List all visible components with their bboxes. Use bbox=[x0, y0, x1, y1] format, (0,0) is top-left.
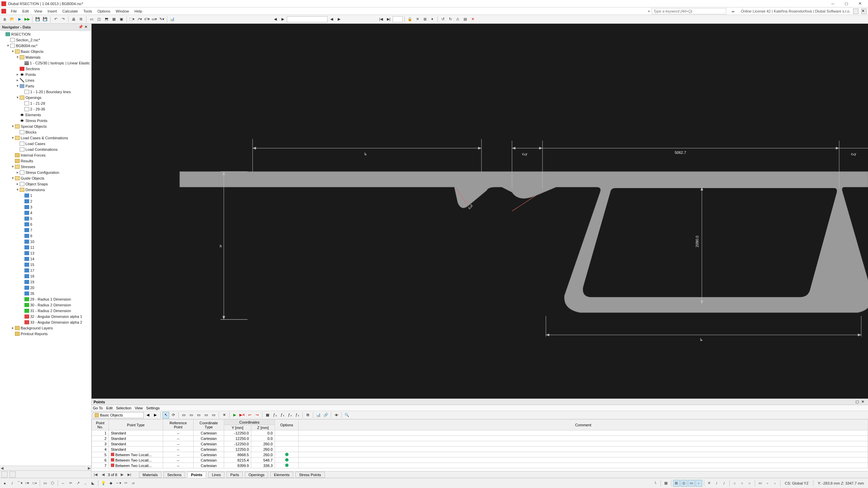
calc-button[interactable]: ▶▶ bbox=[24, 16, 31, 23]
sb-ortho-icon[interactable]: ⊞ bbox=[673, 480, 680, 487]
points-category-select[interactable]: Basic Objects bbox=[93, 412, 144, 418]
pager-prev-button[interactable]: ◀ bbox=[100, 472, 106, 477]
sb-trim-icon[interactable]: ✂ bbox=[67, 480, 74, 487]
table-row[interactable]: 7 Between Two Locati...--Cartesian8399.9… bbox=[92, 463, 868, 468]
pt-fx-icon[interactable]: ƒₓ bbox=[272, 412, 278, 419]
print-button[interactable]: 🖶 bbox=[70, 16, 77, 23]
table-row[interactable]: 3Standard--Cartesian-12250.0260.0 bbox=[92, 441, 868, 447]
table-row[interactable]: 6 Between Two Locati...--Cartesian8215.4… bbox=[92, 458, 868, 463]
close-button[interactable]: ✕ bbox=[853, 0, 867, 7]
tree-guide-objects[interactable]: ▾Guide Objects bbox=[0, 175, 91, 181]
tree-lcc[interactable]: ▾Load Cases & Combinations bbox=[0, 135, 91, 141]
sb-t1-icon[interactable]: ▭ bbox=[757, 480, 764, 487]
sb-snap-toggle-icon[interactable]: ◆ bbox=[107, 480, 114, 487]
pin-icon[interactable]: 📌 bbox=[78, 25, 83, 29]
sb-ellipse-icon[interactable]: ⬭▾ bbox=[31, 480, 38, 487]
tree-part-1[interactable]: 1 - 1-20 | Boundary lines bbox=[0, 89, 91, 95]
col-ref-point[interactable]: Reference Point bbox=[163, 420, 194, 430]
doc-restore-button[interactable] bbox=[853, 8, 859, 14]
sb-polar-icon[interactable]: ▭ bbox=[688, 480, 695, 487]
tree-elements[interactable]: Elements bbox=[0, 112, 91, 118]
pt-copy-icon[interactable]: ⧉ bbox=[304, 412, 311, 419]
copy-button[interactable]: ⧉ bbox=[78, 16, 84, 23]
sb-t3-icon[interactable]: ▫ bbox=[772, 480, 778, 487]
sb-s1-icon[interactable]: ○ bbox=[731, 480, 738, 487]
menu-file[interactable]: File bbox=[8, 8, 20, 14]
sb-extend-icon[interactable]: ↗ bbox=[75, 480, 81, 487]
pt-chart-icon[interactable]: 📊 bbox=[315, 412, 322, 419]
sb-circle-icon[interactable]: ○▾ bbox=[24, 480, 31, 487]
snap-button[interactable]: ✕ bbox=[414, 16, 421, 23]
pt-fwd-icon[interactable]: ↪ bbox=[254, 412, 260, 419]
tree-load-cases[interactable]: Load Cases bbox=[0, 141, 91, 146]
window-single-button[interactable]: ▭ bbox=[88, 16, 95, 23]
tree-load-combinations[interactable]: Load Combinations bbox=[0, 146, 91, 152]
tree-points[interactable]: ▸Points bbox=[0, 72, 91, 77]
sb-osnap-icon[interactable]: ◎ bbox=[680, 480, 687, 487]
table-row[interactable]: 2Standard--Cartesian12250.00.0 bbox=[92, 436, 868, 441]
tree-opening-2[interactable]: 2 - 29-36 bbox=[0, 106, 91, 112]
sb-line-icon[interactable]: / bbox=[9, 480, 16, 487]
tree-special-objects[interactable]: ▾Special Objects bbox=[0, 123, 91, 129]
col-comment[interactable]: Comment bbox=[299, 420, 868, 430]
sb-arc-icon[interactable]: ⌒▾ bbox=[16, 480, 23, 487]
menu-insert[interactable]: Insert bbox=[45, 8, 60, 14]
undo-button[interactable]: ↶ bbox=[52, 16, 59, 23]
pager-first-button[interactable]: |◀ bbox=[93, 472, 98, 477]
window-custom-button[interactable]: ▣ bbox=[118, 16, 125, 23]
menu-tools[interactable]: Tools bbox=[81, 8, 95, 14]
tab-points[interactable]: Points bbox=[187, 472, 206, 478]
table-row[interactable]: 5 Between Two Locati...--Cartesian8668.5… bbox=[92, 452, 868, 458]
lock-button[interactable]: 🔒 bbox=[407, 16, 413, 23]
run-button[interactable]: ▶ bbox=[16, 16, 23, 23]
col-z[interactable]: Z [mm] bbox=[251, 425, 275, 430]
view-combo[interactable] bbox=[287, 16, 328, 22]
sb-offset-icon[interactable]: ↔ bbox=[60, 480, 66, 487]
tree-internal-forces[interactable]: Internal Forces bbox=[0, 152, 91, 158]
pt-row4-icon[interactable]: ▭ bbox=[203, 412, 210, 419]
sb-poly-icon[interactable]: ⬠ bbox=[49, 480, 56, 487]
save-all-button[interactable]: 💾 bbox=[42, 16, 48, 23]
sb-chamfer-icon[interactable]: ◣ bbox=[90, 480, 96, 487]
window-vsplit-button[interactable]: ◫ bbox=[96, 16, 102, 23]
open-button[interactable]: 📂 bbox=[9, 16, 16, 23]
tree-dim-named-1[interactable]: 30 - Radius 2 Dimension bbox=[0, 302, 91, 308]
menu-help[interactable]: Help bbox=[132, 8, 145, 14]
tree-file-2[interactable]: ▾BGB004.rsc* bbox=[0, 43, 91, 48]
nav-next-button[interactable]: ▶ bbox=[336, 16, 342, 23]
tree-parts[interactable]: ▾Parts bbox=[0, 83, 91, 89]
sb-m2-icon[interactable]: / bbox=[713, 480, 720, 487]
minimize-button[interactable]: ─ bbox=[826, 0, 840, 7]
col-options[interactable]: Options bbox=[275, 420, 299, 430]
nav-last-button[interactable]: ▶| bbox=[385, 16, 392, 23]
sb-s3-icon[interactable]: ○ bbox=[746, 480, 753, 487]
tree-dim-named-3[interactable]: 32 - Angular Dimension alpha 1 bbox=[0, 313, 91, 319]
sb-eraser-icon[interactable]: ▱ bbox=[130, 480, 137, 487]
measure-button[interactable]: ↗▾ bbox=[136, 16, 143, 23]
col-coords[interactable]: Coordinates bbox=[224, 420, 275, 425]
pt-fx2-icon[interactable]: ƒₓ bbox=[279, 412, 286, 419]
points-menu-settings[interactable]: Settings bbox=[146, 406, 160, 410]
tree-dim-8[interactable]: 8 bbox=[0, 233, 91, 239]
tree-dim-10[interactable]: 10 bbox=[0, 239, 91, 244]
tree-dim-19[interactable]: 19 bbox=[0, 279, 91, 285]
tree-file-1[interactable]: Section_2.rsc* bbox=[0, 37, 91, 43]
window-grid-button[interactable]: ▦ bbox=[111, 16, 117, 23]
pt-link-icon[interactable]: 🔗 bbox=[322, 412, 329, 419]
tree-dimensions[interactable]: ▾Dimensions bbox=[0, 187, 91, 192]
table-row[interactable]: 4Standard--Cartesian12250.0260.0 bbox=[92, 447, 868, 452]
tree-background-layers[interactable]: ▸Background Layers bbox=[0, 325, 91, 331]
pt-fx3-icon[interactable]: ƒₓ bbox=[287, 412, 293, 419]
tree-dim-15[interactable]: 15 bbox=[0, 262, 91, 267]
new-button[interactable]: 🗎 bbox=[1, 16, 8, 23]
pt-cursor-icon[interactable]: ↖ bbox=[162, 412, 169, 419]
nav-tab-display-icon[interactable] bbox=[9, 471, 16, 477]
sb-m3-icon[interactable]: / bbox=[721, 480, 728, 487]
tree-stress-config[interactable]: ▸Stress Configuration bbox=[0, 169, 91, 175]
menu-options[interactable]: Options bbox=[95, 8, 113, 14]
tree-dim-6[interactable]: 6 bbox=[0, 221, 91, 227]
points-close-button[interactable]: ✕ bbox=[861, 400, 866, 404]
tree-printout-reports[interactable]: Printout Reports bbox=[0, 331, 91, 337]
tree-dim-5[interactable]: 5 bbox=[0, 216, 91, 221]
step-combo[interactable] bbox=[393, 16, 403, 22]
